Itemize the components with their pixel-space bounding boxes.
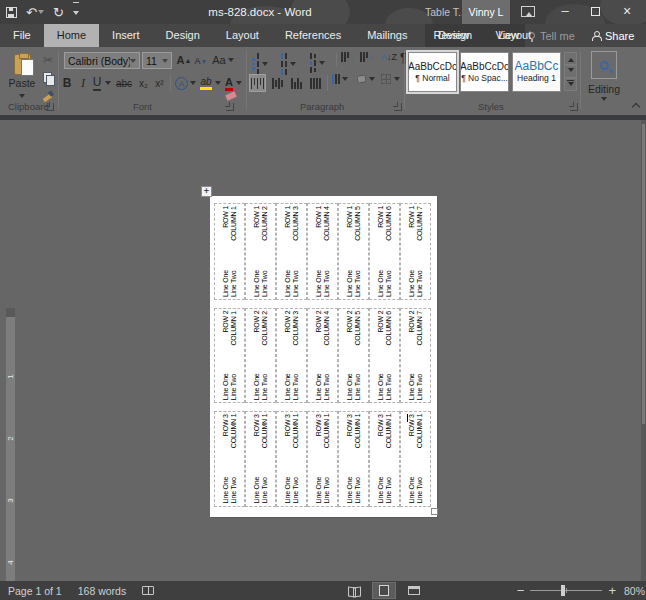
change-case-button[interactable]: Aa <box>212 52 234 68</box>
editing-group-button[interactable]: Editing <box>583 51 625 109</box>
borders-button[interactable] <box>381 74 400 84</box>
table-cell-r2-c2[interactable]: ROW 2COLUMN 2Line OneLine Two <box>245 308 276 403</box>
tab-layout[interactable]: Layout <box>213 24 272 47</box>
page-count[interactable]: Page 1 of 1 <box>0 585 70 597</box>
minimize-button[interactable]: – <box>550 0 580 24</box>
table-cell-r1-c3[interactable]: ROW 1COLUMN 3Line OneLine Two <box>276 203 307 300</box>
document-page[interactable]: + ROW 1COLUMN 1Line OneLine TwoROW 1COLU… <box>210 196 437 517</box>
account-button[interactable]: Vinny L <box>462 0 510 24</box>
styles-dialog-launcher-icon[interactable] <box>570 103 578 111</box>
font-dialog-launcher-icon[interactable] <box>226 103 234 111</box>
context-tab-design[interactable]: Design <box>425 24 485 47</box>
grow-font-button[interactable]: A▲ <box>176 52 192 68</box>
strikethrough-button[interactable]: abc <box>113 75 135 91</box>
word-count[interactable]: 168 words <box>70 585 134 597</box>
highlight-caret[interactable] <box>214 75 222 91</box>
font-size-select[interactable]: 11 <box>142 52 172 69</box>
maximize-button[interactable] <box>580 0 610 24</box>
copy-button[interactable] <box>40 71 56 85</box>
table-cell-r1-c5[interactable]: ROW 1COLUMN 5Line OneLine Two <box>338 203 369 300</box>
table-cell-r1-c6[interactable]: ROW 1COLUMN 6Line OneLine Two <box>369 203 400 300</box>
italic-button[interactable]: I <box>77 75 89 91</box>
text-effects-button[interactable]: A <box>174 75 189 91</box>
zoom-slider-thumb[interactable] <box>561 585 565 596</box>
subscript-button[interactable]: x₂ <box>136 75 151 91</box>
undo-icon[interactable]: ↶ <box>26 6 44 19</box>
context-tab-layout[interactable]: Layout <box>485 24 544 47</box>
proofing-icon[interactable] <box>142 586 154 595</box>
paste-button[interactable]: Paste <box>5 51 39 103</box>
table-cell-r1-c1[interactable]: ROW 1COLUMN 1Line OneLine Two <box>214 203 245 300</box>
table-cell-r3-c7[interactable]: ROW 3COLUMN 1Line OneLine Two <box>400 411 431 507</box>
table-cell-r3-c4[interactable]: ROW 3COLUMN 1Line OneLine Two <box>307 411 338 507</box>
font-color-button[interactable]: A <box>222 75 236 91</box>
table-cell-r1-c7[interactable]: ROW 1COLUMN 7Line OneLine Two <box>400 203 431 300</box>
underline-button[interactable]: U <box>91 75 103 91</box>
close-button[interactable]: × <box>612 0 642 24</box>
clipboard-dialog-launcher-icon[interactable] <box>46 103 54 111</box>
sort-button[interactable]: A↓Z <box>381 52 397 62</box>
print-layout-button[interactable] <box>372 582 396 599</box>
tab-references[interactable]: References <box>272 24 354 47</box>
tab-mailings[interactable]: Mailings <box>354 24 420 47</box>
table-cell-r1-c2[interactable]: ROW 1COLUMN 2Line OneLine Two <box>245 203 276 300</box>
text-effects-caret[interactable] <box>189 75 197 91</box>
ribbon-display-options-icon[interactable] <box>521 6 535 17</box>
multilevel-list-button[interactable] <box>310 53 325 73</box>
zoom-slider[interactable] <box>530 590 602 591</box>
table-move-handle[interactable]: + <box>201 186 212 197</box>
table-cell-r2-c3[interactable]: ROW 2COLUMN 3Line OneLine Two <box>276 308 307 403</box>
save-icon[interactable] <box>6 7 17 18</box>
shading-button[interactable] <box>357 74 375 84</box>
vertical-scrollbar[interactable] <box>641 120 646 581</box>
bullets-button[interactable] <box>252 53 268 75</box>
tab-design[interactable]: Design <box>153 24 213 47</box>
share-button[interactable]: Share <box>592 24 634 47</box>
table-cell-r2-c7[interactable]: ROW 2COLUMN 7Line OneLine Two <box>400 308 431 403</box>
font-color-caret[interactable] <box>235 75 243 91</box>
style-heading-1[interactable]: AaBbCc Heading 1 <box>512 52 561 92</box>
shrink-font-button[interactable]: A▼ <box>194 54 208 68</box>
style-no-spacing[interactable]: AaBbCcDc ¶ No Spac... <box>460 52 509 92</box>
align-left-button[interactable] <box>249 74 266 92</box>
table-cell-r2-c1[interactable]: ROW 2COLUMN 1Line OneLine Two <box>214 308 245 403</box>
highlight-color-button[interactable]: ab <box>198 75 214 91</box>
table-cell-r3-c5[interactable]: ROW 3COLUMN 1Line OneLine Two <box>338 411 369 507</box>
table-cell-r2-c4[interactable]: ROW 2COLUMN 4Line OneLine Two <box>307 308 338 403</box>
table-cell-r3-c1[interactable]: ROW 3COLUMN 1Line OneLine Two <box>214 411 245 507</box>
vertical-ruler[interactable]: 1 2 3 4 <box>6 308 15 600</box>
clear-formatting-button[interactable] <box>224 89 238 103</box>
customize-quick-access-icon[interactable] <box>73 2 79 22</box>
table-cell-r1-c4[interactable]: ROW 1COLUMN 4Line OneLine Two <box>307 203 338 300</box>
line-spacing-button[interactable] <box>332 74 348 84</box>
justify-button[interactable] <box>307 74 324 92</box>
scrollbar-thumb[interactable] <box>642 124 645 424</box>
increase-indent-button[interactable]: ↑ <box>360 52 373 62</box>
cut-button[interactable]: ✂ <box>40 53 56 67</box>
table-cell-r3-c6[interactable]: ROW 3COLUMN 1Line OneLine Two <box>369 411 400 507</box>
styles-more-icon[interactable] <box>564 78 577 91</box>
tab-insert[interactable]: Insert <box>99 24 153 47</box>
zoom-in-button[interactable]: + <box>608 583 616 598</box>
table-resize-handle[interactable] <box>431 508 438 515</box>
styles-scroll-down-icon[interactable] <box>564 65 577 78</box>
table-cell-r3-c2[interactable]: ROW 3COLUMN 1Line OneLine Two <box>245 411 276 507</box>
collapse-ribbon-button[interactable] <box>630 101 642 113</box>
style-normal[interactable]: AaBbCcDc ¶ Normal <box>408 52 457 92</box>
superscript-button[interactable]: x² <box>152 75 167 91</box>
align-right-button[interactable] <box>288 74 305 92</box>
styles-scroll-up-icon[interactable] <box>564 52 577 65</box>
table-cell-r3-c3[interactable]: ROW 3COLUMN 1Line OneLine Two <box>276 411 307 507</box>
table-cell-r2-c5[interactable]: ROW 2COLUMN 5Line OneLine Two <box>338 308 369 403</box>
zoom-out-button[interactable]: − <box>517 583 525 598</box>
font-name-select[interactable]: Calibri (Body) <box>64 52 140 69</box>
tab-home[interactable]: Home <box>44 24 99 47</box>
bold-button[interactable]: B <box>60 75 74 91</box>
decrease-indent-button[interactable]: ↓ <box>341 52 354 62</box>
read-mode-button[interactable] <box>342 582 366 599</box>
underline-caret[interactable] <box>104 75 112 91</box>
numbering-button[interactable] <box>281 53 296 75</box>
paragraph-dialog-launcher-icon[interactable] <box>394 103 402 111</box>
zoom-level[interactable]: 80% <box>616 585 642 597</box>
web-layout-button[interactable] <box>402 582 426 599</box>
